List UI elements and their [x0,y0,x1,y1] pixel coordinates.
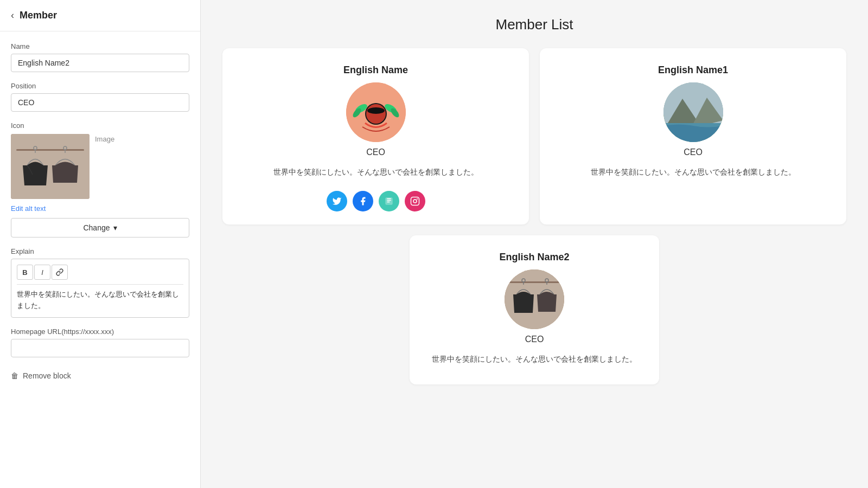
icon-image-container: Image [11,134,189,199]
italic-button[interactable]: I [34,265,50,280]
homepage-label: Homepage URL(https://xxxx.xxx) [11,328,189,336]
svg-rect-29 [507,281,561,283]
facebook-svg [358,196,368,206]
svg-point-18 [417,198,417,199]
member-3-avatar [505,269,564,329]
member-3-name: English Name2 [499,252,569,263]
member-1-social-icons [327,191,425,211]
member-2-desc: 世界中を笑顔にしたい。そんな思いで会社を創業しました。 [591,166,796,179]
member-card-1: English Name [222,48,529,224]
twitter-svg [332,196,342,206]
icon-label: Icon [11,121,189,130]
member-cards-grid: English Name [222,48,846,384]
explain-field-group: Explain B I 世界中を笑顔にしたい。そんな思いで会社を創業しました。 [11,247,189,318]
remove-block-label: Remove block [23,371,71,380]
link-icon [56,268,63,276]
note-icon[interactable] [379,191,399,211]
main-content: Member List English Name [201,0,868,488]
member-card-3: English Name2 [410,235,659,384]
member-3-desc: 世界中を笑顔にしたい。そんな思いで会社を創業しました。 [432,353,637,366]
svg-point-17 [413,200,417,203]
change-dropdown-icon: ▾ [113,223,117,232]
explain-text[interactable]: 世界中を笑顔にしたい。そんな思いで会社を創業しました。 [17,289,183,312]
change-button-label: Change [83,223,110,232]
svg-rect-16 [411,197,419,205]
name-label: Name [11,42,189,50]
twitter-icon[interactable] [327,191,347,211]
image-label: Image [95,134,114,143]
edit-alt-text-link[interactable]: Edit alt text [11,204,46,213]
explain-label: Explain [11,247,189,255]
position-field-group: Position [11,82,189,112]
note-svg [384,196,394,206]
svg-rect-2 [16,149,84,151]
change-button[interactable]: Change ▾ [11,218,189,237]
homepage-field-group: Homepage URL(https://xxxx.xxx) [11,328,189,357]
position-input[interactable] [11,93,189,112]
sidebar-title: Member [20,10,57,21]
sidebar-form: Name Position Icon [0,31,200,395]
member-2-name: English Name1 [658,65,728,76]
sidebar-header: ‹ Member [0,0,200,31]
member-1-avatar [346,82,406,142]
explain-box: B I 世界中を笑顔にしたい。そんな思いで会社を創業しました。 [11,259,189,318]
facebook-icon[interactable] [353,191,373,211]
link-button[interactable] [52,265,68,280]
remove-block-button[interactable]: 🗑 Remove block [11,367,189,384]
position-label: Position [11,82,189,90]
svg-point-10 [367,107,385,114]
page-title: Member List [222,16,846,33]
sidebar: ‹ Member Name Position Icon [0,0,201,488]
avatar-2-svg [663,82,723,142]
instagram-svg [410,196,420,206]
member-card-2: English Name1 CEO [540,48,846,224]
member-1-name: English Name [343,65,408,76]
name-field-group: Name [11,42,189,72]
avatar-3-svg [505,269,564,329]
icon-field-group: Icon [11,121,189,237]
back-icon[interactable]: ‹ [11,10,14,21]
instagram-icon[interactable] [405,191,425,211]
member-2-avatar [663,82,723,142]
member-1-desc: 世界中を笑顔にしたい。そんな思いで会社を創業しました。 [273,166,478,179]
trash-icon: 🗑 [11,371,18,380]
name-input[interactable] [11,54,189,72]
hanger-svg [11,134,90,199]
icon-preview [11,134,90,199]
bold-button[interactable]: B [17,265,33,280]
member-2-position: CEO [684,147,703,157]
explain-toolbar: B I [17,265,183,285]
homepage-input[interactable] [11,339,189,357]
avatar-1-svg [346,82,406,142]
member-3-position: CEO [525,335,544,344]
member-1-position: CEO [366,147,385,157]
